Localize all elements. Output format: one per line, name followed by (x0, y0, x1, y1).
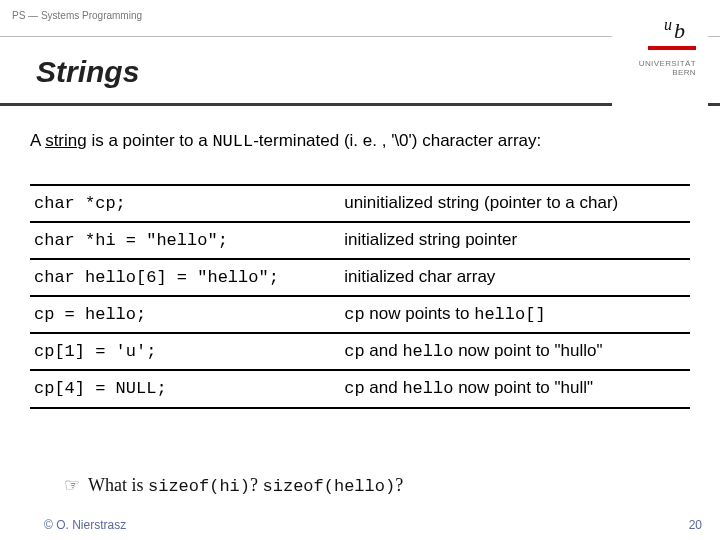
logo-text: UNIVERSITÄTBERN (612, 60, 708, 78)
university-logo: ub UNIVERSITÄTBERN (612, 0, 708, 110)
slide: PS — Systems Programming ub UNIVERSITÄTB… (0, 0, 720, 540)
pointer-icon: ☞ (64, 475, 80, 495)
footer-copyright: © O. Nierstrasz (44, 518, 126, 532)
code-table: char *cp; uninitialized string (pointer … (30, 184, 690, 409)
table-row: cp[1] = 'u'; cp and hello now point to "… (30, 333, 690, 370)
logo-b: ub (612, 0, 708, 44)
course-label: PS — Systems Programming (12, 10, 142, 21)
table-row: char *cp; uninitialized string (pointer … (30, 185, 690, 222)
note-overlay: ☞What is sizeof(hi)? sizeof(hello)? (64, 474, 690, 496)
table-row: cp[4] = NULL; cp and hello now point to … (30, 370, 690, 407)
table-row: char *hi = "hello"; initialized string p… (30, 222, 690, 259)
content-area: A string is a pointer to a NULL-terminat… (30, 130, 690, 409)
table-row: cp = hello; cp now points to hello[] (30, 296, 690, 333)
table-row: char hello[6] = "hello"; initialized cha… (30, 259, 690, 296)
footer-page: 20 (689, 518, 702, 532)
intro-text: A string is a pointer to a NULL-terminat… (30, 130, 690, 154)
